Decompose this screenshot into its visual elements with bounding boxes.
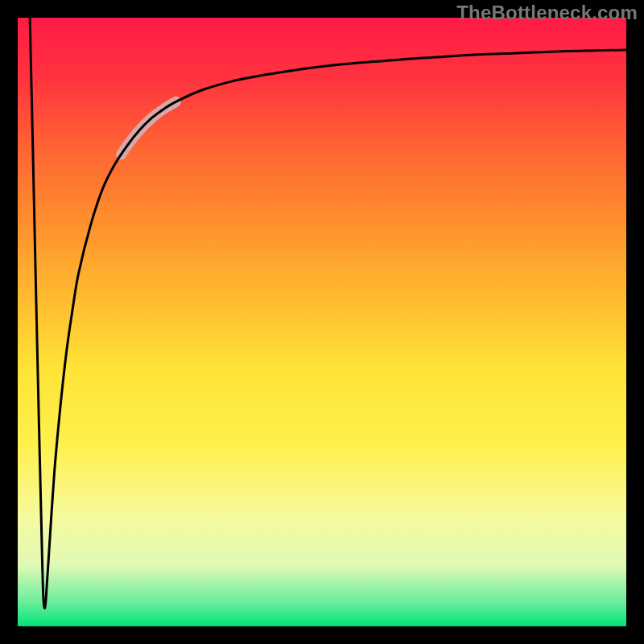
watermark-text: TheBottleneck.com (456, 2, 638, 24)
bottleneck-chart (0, 0, 644, 644)
plot-background (18, 18, 626, 626)
chart-container: TheBottleneck.com (0, 0, 644, 644)
